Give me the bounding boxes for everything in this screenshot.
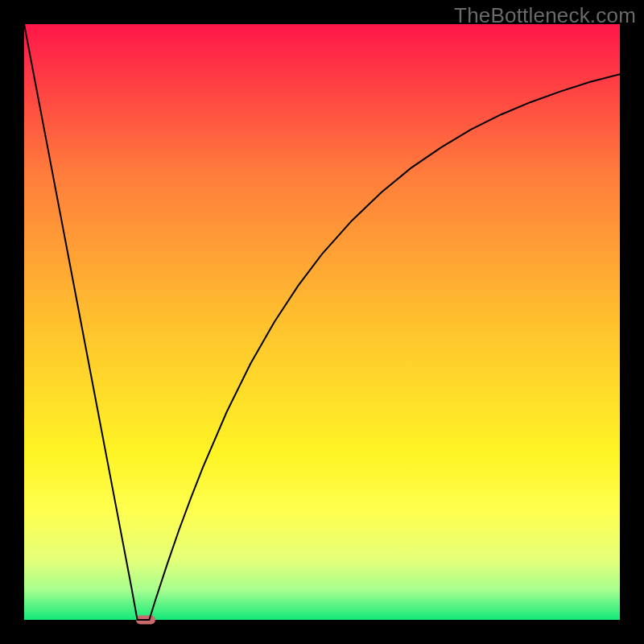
plot-background xyxy=(24,24,620,620)
watermark-text: TheBottleneck.com xyxy=(454,3,636,28)
chart-stage: TheBottleneck.com xyxy=(0,0,644,644)
bottleneck-chart xyxy=(0,0,644,644)
